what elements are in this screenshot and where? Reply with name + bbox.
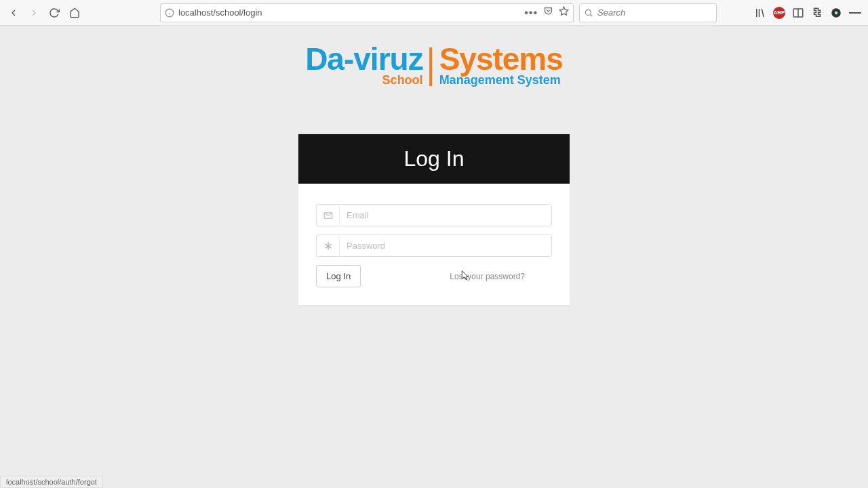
login-heading: Log In <box>298 134 570 184</box>
toolbar-extensions: ABP <box>754 7 864 19</box>
home-button[interactable] <box>65 3 84 22</box>
browser-toolbar: ••• ABP <box>0 0 868 26</box>
asterisk-icon <box>317 235 340 256</box>
page-content: Da-viruz School Systems Management Syste… <box>0 26 868 488</box>
pocket-icon[interactable] <box>543 6 553 19</box>
bookmark-star-icon[interactable] <box>559 6 569 19</box>
status-bar: localhost/school/auth/forgot <box>0 476 103 488</box>
email-field-wrapper <box>316 204 552 226</box>
login-button[interactable]: Log In <box>316 265 361 287</box>
library-icon[interactable] <box>754 7 766 19</box>
email-input[interactable] <box>340 205 551 226</box>
logo-brand-left: Da-viruz <box>305 45 422 75</box>
password-input[interactable] <box>340 235 551 256</box>
forgot-password-link[interactable]: Lost your password? <box>450 272 525 281</box>
adblock-icon[interactable]: ABP <box>773 7 785 19</box>
reload-button[interactable] <box>45 3 64 22</box>
address-bar-actions: ••• <box>524 6 569 19</box>
envelope-icon <box>317 205 340 226</box>
logo-tag-right: Management System <box>439 73 563 87</box>
back-button[interactable] <box>4 3 23 22</box>
url-input[interactable] <box>178 7 520 18</box>
hamburger-menu-icon[interactable] <box>849 7 861 19</box>
logo-brand-right: Systems <box>439 45 563 75</box>
password-field-wrapper <box>316 235 552 257</box>
login-card: Log In Log In Lost your password? <box>298 134 570 305</box>
search-icon <box>584 8 593 18</box>
svg-line-5 <box>591 14 593 16</box>
svg-point-4 <box>585 9 591 15</box>
svg-point-12 <box>835 11 838 14</box>
app-logo: Da-viruz School Systems Management Syste… <box>305 45 563 87</box>
search-bar[interactable] <box>579 3 717 22</box>
forward-button[interactable] <box>24 3 43 22</box>
svg-marker-3 <box>559 7 568 15</box>
site-info-icon[interactable] <box>165 8 174 18</box>
search-input[interactable] <box>597 7 712 18</box>
page-actions-icon[interactable]: ••• <box>524 7 538 19</box>
extension-icon[interactable] <box>811 7 823 19</box>
reader-icon[interactable] <box>792 7 804 19</box>
profile-icon[interactable] <box>830 7 842 19</box>
svg-line-8 <box>762 9 764 17</box>
address-bar[interactable]: ••• <box>160 3 574 22</box>
